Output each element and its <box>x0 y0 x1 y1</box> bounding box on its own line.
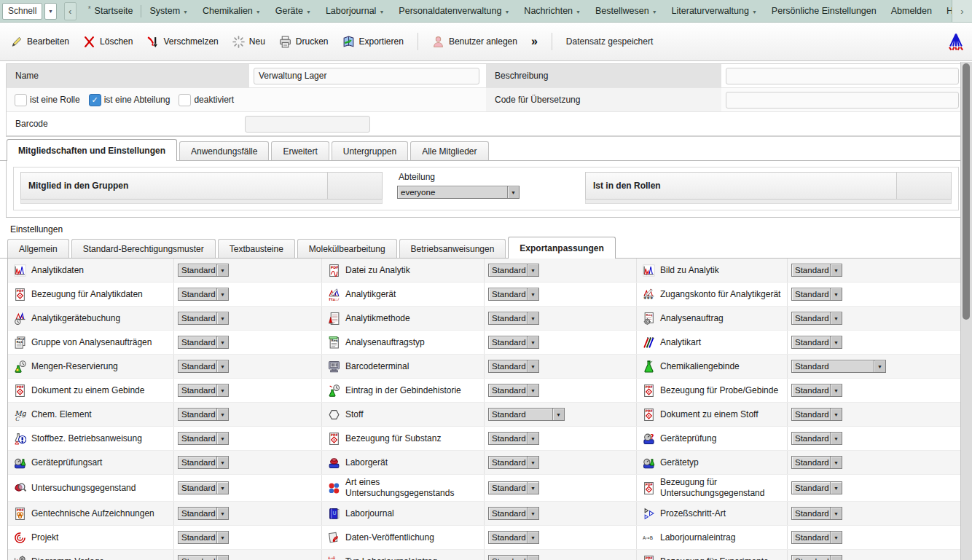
export-profile-select-dokument-zu-einem-gebinde[interactable]: Standard▼ <box>178 384 229 397</box>
export-profile-select-daten-ver-ffentlichung[interactable]: Standard▼ <box>488 531 539 544</box>
roles-list-header[interactable]: Ist in den Rollen <box>585 172 952 200</box>
export-profile-select-laborjournaleintrag[interactable]: Standard▼ <box>791 531 842 544</box>
nav-item-nachrichten[interactable]: Nachrichten▼ <box>517 0 588 22</box>
code-input[interactable] <box>726 92 959 109</box>
export-profile-select-laborger-t[interactable]: Standard▼ <box>488 456 539 469</box>
vertical-scrollbar[interactable] <box>960 62 972 560</box>
export-profile-select-zugangskonto-f-r-analytikger-t[interactable]: Standard▼ <box>791 288 842 301</box>
export-profile-select-analysenauftrag[interactable]: Standard▼ <box>791 312 842 325</box>
export-profile-select-bezeugung-f-r-analytikdaten[interactable]: Standard▼ <box>178 288 229 301</box>
checkbox-deaktiviert[interactable]: deaktiviert <box>179 94 234 106</box>
nav-item-label: System <box>149 6 180 16</box>
export-profile-select-ger-tepr-fung[interactable]: Standard▼ <box>791 432 842 445</box>
checkbox-ist-eine-abteilung[interactable]: ✓ist eine Abteilung <box>89 94 171 106</box>
export-profile-select-analytikger-tebuchung[interactable]: Standard▼ <box>178 312 229 325</box>
export-profile-select-mengen-reservierung[interactable]: Standard▼ <box>178 360 229 373</box>
export-profile-select-laborjournal[interactable]: Standard▼ <box>488 507 539 520</box>
drucken-button[interactable]: Drucken <box>279 36 329 48</box>
svg-text:PDF: PDF <box>646 556 653 560</box>
settings-tab-betriebsanweisungen[interactable]: Betriebsanweisungen <box>399 239 506 258</box>
setting-item-dokument-zu-einem-stoff: PDFDokument zu einem Stoff <box>637 403 788 426</box>
tab-alle-mitglieder[interactable]: Alle Mitglieder <box>410 141 488 160</box>
nav-overflow-next-button[interactable]: › <box>952 0 972 22</box>
nav-item-personaldatenverwaltung[interactable]: Personaldatenverwaltung▼ <box>391 0 517 22</box>
export-profile-select-gruppe-von-analysenauftr-gen[interactable]: Standard▼ <box>178 336 229 349</box>
checkbox-checked-icon[interactable]: ✓ <box>89 94 101 106</box>
export-profile-select-analytikart[interactable]: Standard▼ <box>791 336 842 349</box>
settings-tab-standard-berechtigungsmuster[interactable]: Standard-Berechtigungsmuster <box>71 239 216 258</box>
bearbeiten-button[interactable]: Bearbeiten <box>10 36 69 48</box>
export-profile-select-untersuchungsgegenstand[interactable]: Standard▼ <box>178 481 229 494</box>
export-profile-select-analytikdaten[interactable]: Standard▼ <box>178 264 229 277</box>
export-profile-select-analytikmethode[interactable]: Standard▼ <box>488 312 539 325</box>
nav-item-pers-nliche-einstellungen[interactable]: Persönliche Einstellungen <box>764 0 884 22</box>
export-profile-select-gentechnische-aufzeichnungen[interactable]: Standard▼ <box>178 507 229 520</box>
export-profile-select-chem-element[interactable]: Standard▼ <box>178 408 229 421</box>
settings-tab-textbausteine[interactable]: Textbausteine <box>218 239 295 258</box>
nav-item-laborjournal[interactable]: Laborjournal▼ <box>318 0 391 22</box>
nav-item-system[interactable]: System▼ <box>142 0 195 22</box>
quick-search-box[interactable]: Schnell <box>2 3 42 20</box>
settings-row: Rq2Rq1Gruppe von AnalysenaufträgenStanda… <box>8 331 964 355</box>
export-profile-select-bezeugung-f-r-substanz[interactable]: Standard▼ <box>488 432 539 445</box>
neu-button[interactable]: Neu <box>232 36 265 48</box>
benutzer-anlegen-button[interactable]: Benutzer anlegen <box>432 36 517 48</box>
export-profile-select-bezeugung-f-r-probe-gebinde[interactable]: Standard▼ <box>791 384 842 397</box>
roles-header-label: Ist in den Rollen <box>586 173 896 199</box>
checkbox-unchecked-icon[interactable] <box>179 94 191 106</box>
settings-tab-molek-lbearbeitung[interactable]: Molekülbearbeitung <box>297 239 397 258</box>
tab-untergruppen[interactable]: Untergruppen <box>332 141 408 160</box>
checkbox-unchecked-icon[interactable] <box>15 94 27 106</box>
setting-select-cell: Standard▼ <box>485 379 637 402</box>
export-profile-select-datei-zu-analytik[interactable]: Standard▼ <box>488 264 539 277</box>
pdf-ghs-icon: PDF <box>328 433 340 445</box>
barcode-input[interactable] <box>245 116 370 133</box>
export-profile-select-diagramm-vorlage[interactable]: Standard▼ <box>178 555 229 560</box>
select-value: Standard <box>179 557 216 560</box>
export-profile-select-bezeugung-f-r-experimente[interactable]: Standard▼ <box>791 555 842 560</box>
nav-item-chemikalien[interactable]: Chemikalien▼ <box>195 0 268 22</box>
export-profile-select-analytikger-t[interactable]: Standard▼ <box>488 288 539 301</box>
nav-item-ger-te[interactable]: Geräte▼ <box>268 0 318 22</box>
settings-tab-allgemein[interactable]: Allgemein <box>7 239 69 258</box>
setting-item-label: Untersuchungsgegenstand <box>31 483 136 494</box>
nav-item-startseite[interactable]: *Startseite <box>81 0 141 22</box>
l-schen-button[interactable]: Löschen <box>83 36 133 48</box>
beschreibung-input[interactable] <box>726 68 959 84</box>
export-profile-select-art-eines-untersuchungsgegenstands[interactable]: Standard▼ <box>488 481 539 494</box>
checkbox-ist-eine-rolle[interactable]: ist eine Rolle <box>15 94 80 106</box>
export-profile-select-eintrag-in-der-gebindehistorie[interactable]: Standard▼ <box>488 384 539 397</box>
back-button[interactable]: ‹ <box>64 2 77 20</box>
export-profile-select-ger-tetyp[interactable]: Standard▼ <box>791 456 842 469</box>
nav-item-literaturverwaltung[interactable]: Literaturverwaltung▼ <box>665 0 764 22</box>
tab-erweitert[interactable]: Erweitert <box>271 141 329 160</box>
setting-item-stoff: Stoff <box>322 403 485 426</box>
export-profile-select-barcodeterminal[interactable]: Standard▼ <box>488 360 539 373</box>
export-profile-select-ger-tepr-fungsart[interactable]: Standard▼ <box>178 456 229 469</box>
tab-anwendungsf-lle[interactable]: Anwendungsfälle <box>179 141 269 160</box>
verschmelzen-button[interactable]: Verschmelzen <box>146 36 218 48</box>
scrollbar-thumb[interactable] <box>963 63 970 320</box>
setting-select-cell: Standard▼ <box>788 259 964 282</box>
export-profile-select-analysenauftragstyp[interactable]: Standard▼ <box>488 336 539 349</box>
quick-dropdown-button[interactable]: ▼ <box>44 3 56 20</box>
toolbar-more-button[interactable]: » <box>531 35 538 48</box>
nav-item-bestellwesen[interactable]: Bestellwesen▼ <box>588 0 665 22</box>
export-profile-select-dokument-zu-einem-stoff[interactable]: Standard▼ <box>791 408 842 421</box>
export-profile-select-bezeugung-f-r-untersuchungsgegenstand[interactable]: Standard▼ <box>791 481 842 494</box>
export-profile-select-proze-schritt-art[interactable]: Standard▼ <box>791 507 842 520</box>
groups-list-header[interactable]: Mitglied in den Gruppen <box>20 172 383 200</box>
name-input[interactable] <box>254 68 479 84</box>
exportieren-button[interactable]: Exportieren <box>342 36 404 48</box>
setting-item-bezeugung-f-r-substanz: PDFBezeugung für Substanz <box>322 427 485 450</box>
export-profile-select-projekt[interactable]: Standard▼ <box>178 531 229 544</box>
abteilung-select[interactable]: everyone ▼ <box>397 186 520 199</box>
export-profile-select-bild-zu-analytik[interactable]: Standard▼ <box>791 264 842 277</box>
export-profile-select-typ-laborjournaleintrag[interactable]: Standard▼ <box>488 555 539 560</box>
export-profile-select-stoffbez-betriebsanweisung[interactable]: Standard▼ <box>178 432 229 445</box>
export-profile-select-chemikaliengebinde[interactable]: Standard▼ <box>791 360 886 373</box>
settings-tab-exportanpassungen[interactable]: Exportanpassungen <box>508 237 615 259</box>
nav-item-abmelden[interactable]: Abmelden <box>884 0 939 22</box>
tab-mitgliedschaften-und-einstellungen[interactable]: Mitgliedschaften und Einstellungen <box>7 139 177 161</box>
export-profile-select-stoff[interactable]: Standard▼ <box>488 408 565 421</box>
